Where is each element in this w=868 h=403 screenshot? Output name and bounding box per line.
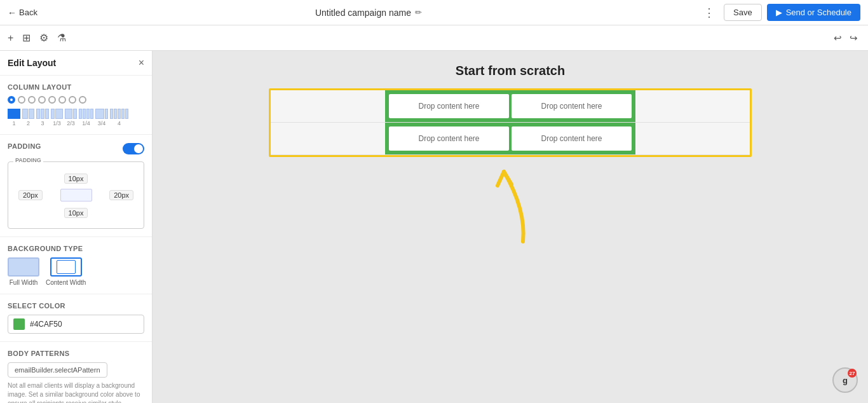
column-icons-row: 1 2 3 bbox=[8, 109, 144, 126]
col-empty-right-2 bbox=[635, 123, 750, 154]
col-3-option[interactable]: 3 bbox=[36, 109, 49, 126]
header-right: ⋮ Save ▶ Send or Schedule bbox=[700, 4, 860, 21]
col-3-4-1-4-icon[interactable] bbox=[95, 109, 108, 119]
send-or-schedule-button[interactable]: ▶ Send or Schedule bbox=[767, 4, 860, 21]
undo-button[interactable]: ↩ bbox=[831, 31, 844, 45]
col-1-4-icon[interactable] bbox=[79, 109, 93, 119]
select-pattern-button[interactable]: emailBuilder.selectAPattern bbox=[8, 362, 107, 378]
padding-left-value[interactable]: 20px bbox=[18, 190, 43, 200]
col-2-3-1-3-icon[interactable] bbox=[65, 109, 77, 119]
bg-content-width-option[interactable]: Content Width bbox=[46, 257, 86, 286]
campaign-name[interactable]: Untitled campaign name bbox=[315, 8, 411, 18]
add-element-icon[interactable]: + bbox=[8, 32, 13, 44]
filter-icon[interactable]: ⚙ bbox=[39, 32, 48, 44]
col-2-3-1-3-label: 2/3 bbox=[67, 120, 75, 126]
email-row-2: Drop content here Drop content here bbox=[271, 123, 750, 155]
notif-count: 27 bbox=[848, 369, 857, 378]
toolbar-left: + ⊞ ⚙ ⚗ bbox=[8, 32, 66, 44]
toolbar-right: ↩ ↪ bbox=[831, 31, 860, 45]
back-button[interactable]: ← Back bbox=[8, 8, 37, 18]
col-green-pair-2: Drop content here Drop content here bbox=[385, 123, 635, 154]
body-patterns-section: Body Patterns emailBuilder.selectAPatter… bbox=[0, 342, 152, 403]
radio-dot-3[interactable] bbox=[28, 96, 36, 104]
col-2-option[interactable]: 2 bbox=[22, 109, 34, 126]
arrow-svg bbox=[472, 159, 555, 248]
bg-type-section: Background type Full Width Content Width bbox=[0, 237, 152, 294]
drop-zone-1-2[interactable]: Drop content here bbox=[512, 94, 632, 118]
radio-item-4[interactable] bbox=[38, 96, 46, 104]
drop-label-1-1: Drop content here bbox=[418, 102, 479, 111]
col-empty-right-1 bbox=[635, 90, 750, 122]
drop-zone-2-1[interactable]: Drop content here bbox=[389, 126, 509, 151]
radio-item-2[interactable] bbox=[18, 96, 25, 104]
bg-full-width-option[interactable]: Full Width bbox=[8, 257, 39, 286]
col-2-label: 2 bbox=[27, 120, 30, 126]
bg-type-label: Background type bbox=[8, 245, 144, 252]
padding-bottom-value[interactable]: 10px bbox=[64, 208, 88, 218]
col-1-3-2-3-label: 1/3 bbox=[53, 120, 61, 126]
col-2-icon[interactable] bbox=[22, 109, 34, 119]
radio-dot-7[interactable] bbox=[69, 96, 76, 104]
radio-item-6[interactable] bbox=[58, 96, 66, 104]
drop-zone-2-2[interactable]: Drop content here bbox=[512, 126, 632, 151]
drop-label-2-2: Drop content here bbox=[541, 134, 602, 143]
notification-badge[interactable]: g 27 bbox=[832, 367, 858, 393]
column-layout-label: Column Layout bbox=[8, 83, 144, 91]
radio-item-3[interactable] bbox=[28, 96, 36, 104]
radio-item-7[interactable] bbox=[69, 96, 76, 104]
undo-redo-group: ↩ ↪ bbox=[831, 31, 860, 45]
canvas-title: Start from scratch bbox=[153, 64, 868, 78]
header-left: ← Back bbox=[8, 8, 37, 18]
body-patterns-label: Body Patterns bbox=[8, 350, 144, 357]
more-options-button[interactable]: ⋮ bbox=[700, 6, 719, 20]
column-layout-radios bbox=[8, 96, 144, 104]
pattern-note: Not all email clients will display a bac… bbox=[8, 381, 144, 403]
redo-button[interactable]: ↪ bbox=[847, 31, 860, 45]
radio-dot-4[interactable] bbox=[38, 96, 46, 104]
header-center: Untitled campaign name ✏ bbox=[315, 8, 422, 18]
col-1-label: 1 bbox=[12, 120, 15, 126]
send-icon: ▶ bbox=[776, 8, 782, 17]
close-sidebar-button[interactable]: × bbox=[139, 57, 144, 69]
email-block: Drop content here Drop content here Drop… bbox=[269, 88, 752, 157]
edit-campaign-name-icon[interactable]: ✏ bbox=[415, 8, 422, 17]
radio-item-5[interactable] bbox=[48, 96, 56, 104]
padding-right-value[interactable]: 20px bbox=[109, 190, 133, 200]
color-picker-row[interactable]: #4CAF50 bbox=[8, 315, 144, 334]
col-1-3-2-3-option[interactable]: 1/3 bbox=[51, 109, 63, 126]
radio-item-8[interactable] bbox=[79, 96, 86, 104]
col-1-option[interactable]: 1 bbox=[8, 109, 20, 126]
radio-dot-1[interactable] bbox=[8, 96, 15, 104]
main-area: Edit Layout × Column Layout bbox=[0, 51, 868, 403]
col-1-3-2-3-icon[interactable] bbox=[51, 109, 63, 119]
col-1-4-option[interactable]: 1/4 bbox=[79, 109, 93, 126]
padding-middle-row: 20px 20px bbox=[18, 189, 133, 202]
col-3-4-1-4-label: 3/4 bbox=[98, 120, 106, 126]
radio-dot-5[interactable] bbox=[48, 96, 56, 104]
back-arrow-icon: ← bbox=[8, 8, 17, 18]
col-3-icon[interactable] bbox=[36, 109, 49, 119]
col-3-4-1-4-option[interactable]: 3/4 bbox=[95, 109, 108, 126]
canvas-area: Start from scratch Drop content here Dro… bbox=[153, 51, 868, 403]
padding-top-value[interactable]: 10px bbox=[64, 174, 88, 184]
padding-toggle[interactable] bbox=[123, 143, 144, 154]
back-label: Back bbox=[19, 8, 37, 17]
col-4-option[interactable]: 4 bbox=[110, 109, 128, 126]
color-swatch bbox=[13, 318, 25, 330]
col-empty-left-2 bbox=[271, 123, 385, 154]
padding-bottom-row: 10px bbox=[18, 207, 133, 218]
email-row-1: Drop content here Drop content here bbox=[271, 90, 750, 123]
radio-dot-8[interactable] bbox=[79, 96, 86, 104]
code-icon[interactable]: ⚗ bbox=[57, 32, 66, 44]
radio-item-1[interactable] bbox=[8, 96, 15, 104]
radio-dot-2[interactable] bbox=[18, 96, 25, 104]
save-button[interactable]: Save bbox=[724, 4, 762, 21]
col-2-3-1-3-option[interactable]: 2/3 bbox=[65, 109, 77, 126]
send-label: Send or Schedule bbox=[786, 8, 851, 17]
layers-icon[interactable]: ⊞ bbox=[22, 32, 31, 44]
col-1-icon[interactable] bbox=[8, 109, 20, 119]
column-layout-section: Column Layout bbox=[0, 76, 152, 135]
drop-zone-1-1[interactable]: Drop content here bbox=[389, 94, 509, 118]
col-4-icon[interactable] bbox=[110, 109, 128, 119]
radio-dot-6[interactable] bbox=[58, 96, 66, 104]
